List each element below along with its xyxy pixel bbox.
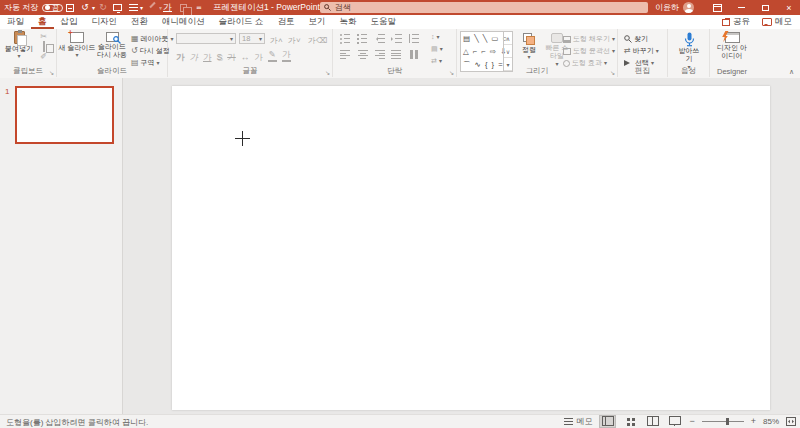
design-ideas-button[interactable]: 디자인 아이디어 xyxy=(716,32,748,61)
align-text-button[interactable]: ▤▾ xyxy=(431,45,443,53)
align-center-icon[interactable] xyxy=(357,50,368,59)
decrease-indent-icon[interactable] xyxy=(374,34,385,43)
zoom-slider-thumb[interactable] xyxy=(726,418,729,425)
view-normal-button[interactable] xyxy=(599,415,616,428)
clipboard-dialog-launcher[interactable]: ↘ xyxy=(49,70,54,76)
font-color-button-ribbon[interactable]: 가 xyxy=(282,50,291,62)
tab-home[interactable]: 홈 xyxy=(31,15,54,29)
customize-qat-button[interactable]: ≂ xyxy=(193,0,205,15)
shape-fill-button[interactable]: 도형 채우기▾ xyxy=(563,34,615,44)
view-sorter-button[interactable] xyxy=(623,416,638,427)
list-caret-icon[interactable]: ▾ xyxy=(140,4,143,11)
search-input[interactable] xyxy=(335,3,644,12)
paragraph-dialog-launcher[interactable]: ↘ xyxy=(449,70,454,76)
underline-button[interactable]: 가 xyxy=(203,53,212,62)
tab-animations[interactable]: 애니메이션 xyxy=(155,15,212,29)
tab-slideshow[interactable]: 슬라이드 쇼 xyxy=(212,15,271,29)
comments-button[interactable]: 메모 xyxy=(762,16,792,28)
zoom-in-button[interactable]: + xyxy=(751,417,756,426)
numbering-icon[interactable] xyxy=(357,34,368,43)
reuse-slides-button[interactable]: 슬라이드 다시 사용 xyxy=(95,32,129,60)
user-avatar[interactable] xyxy=(683,2,694,13)
text-shadow-button[interactable]: S xyxy=(217,53,223,62)
change-case-button[interactable]: 가 xyxy=(254,53,263,62)
draw-pen-button[interactable]: ▾ xyxy=(146,0,162,15)
autosave-toggle[interactable]: 자동 저장 끔 xyxy=(4,0,63,15)
character-spacing-button[interactable]: ↔ xyxy=(241,53,250,62)
tab-insert[interactable]: 삽입 xyxy=(54,15,85,29)
format-painter-icon[interactable]: ✐ xyxy=(38,53,49,61)
search-box[interactable] xyxy=(320,2,648,13)
convert-smartart-button[interactable]: ⇄▾ xyxy=(431,57,442,65)
tab-help[interactable]: 도움말 xyxy=(363,15,403,29)
view-slideshow-button[interactable] xyxy=(667,416,682,427)
shrink-font-button[interactable]: 가˅ xyxy=(288,35,301,46)
redo-button[interactable]: ↻ xyxy=(97,0,109,15)
text-highlight-button[interactable]: ✎ xyxy=(268,50,277,62)
font-size-combo[interactable]: 18▾ xyxy=(239,33,265,44)
tab-record[interactable]: 녹화 xyxy=(332,15,363,29)
new-slide-caret-icon[interactable]: ▾ xyxy=(75,52,78,58)
font-name-combo[interactable]: ▾ xyxy=(176,33,236,44)
notes-button[interactable]: 메모 xyxy=(564,416,592,427)
line-spacing-icon[interactable] xyxy=(408,34,419,43)
strikethrough-button[interactable]: 가 xyxy=(227,53,236,62)
increase-indent-icon[interactable] xyxy=(391,34,402,43)
shape-outline-button[interactable]: 도형 윤곽선▾ xyxy=(563,46,615,56)
shapes-scroll-down-icon[interactable]: ∨ xyxy=(504,45,512,58)
font-color-button[interactable]: 가 xyxy=(163,0,172,15)
zoom-out-button[interactable]: − xyxy=(689,417,694,426)
tab-design[interactable]: 디자인 xyxy=(85,15,125,29)
italic-button[interactable]: 가 xyxy=(190,53,199,62)
replace-button[interactable]: ⇄ 바꾸기▾ xyxy=(624,46,659,56)
cut-icon[interactable]: ✂ xyxy=(38,33,49,41)
shapes-scroll-up-icon[interactable]: ∧ xyxy=(504,32,512,45)
paste-button[interactable]: 붙여넣기 ▾ xyxy=(5,31,33,59)
paste-caret-icon[interactable]: ▾ xyxy=(17,53,20,59)
slide-canvas[interactable] xyxy=(172,86,770,410)
tab-review[interactable]: 검토 xyxy=(270,15,301,29)
tab-transitions[interactable]: 전환 xyxy=(124,15,155,29)
zoom-slider[interactable] xyxy=(702,421,744,422)
undo-button[interactable]: ↺▾ xyxy=(79,0,95,15)
fit-slide-icon[interactable] xyxy=(786,417,796,426)
new-slide-button[interactable]: 새 슬라이드 ▾ xyxy=(59,32,95,58)
maximize-button[interactable] xyxy=(754,0,776,15)
grow-font-button[interactable]: 가˄ xyxy=(270,35,283,46)
dictate-button[interactable]: 받아쓰기 ▾ xyxy=(676,32,702,70)
columns-icon[interactable] xyxy=(408,50,419,59)
text-direction-button[interactable]: ↕▾ xyxy=(431,33,440,40)
user-name[interactable]: 이윤하 xyxy=(655,0,679,15)
editing-canvas[interactable] xyxy=(123,78,800,415)
clear-formatting-button[interactable]: 가⌫ xyxy=(308,35,327,46)
tab-view[interactable]: 보기 xyxy=(301,15,332,29)
find-button[interactable]: 찾기 xyxy=(624,34,648,44)
arrange-button[interactable]: 정렬 ▾ xyxy=(517,33,541,60)
minimize-button[interactable] xyxy=(730,0,752,15)
bold-button[interactable]: 가 xyxy=(176,53,185,62)
slide-thumbnail[interactable] xyxy=(15,86,114,144)
share-button[interactable]: 공유 xyxy=(722,16,750,28)
justify-icon[interactable] xyxy=(391,50,402,59)
save-icon xyxy=(66,4,74,12)
comment-icon xyxy=(762,18,772,26)
format-copy-button[interactable] xyxy=(177,0,189,15)
align-right-icon[interactable] xyxy=(374,50,385,59)
collapse-ribbon-icon[interactable]: ∧ xyxy=(789,68,794,76)
reset-button[interactable]: ↺ 다시 설정 xyxy=(131,46,170,56)
tab-file[interactable]: 파일 xyxy=(0,15,31,29)
ribbon-display-options-button[interactable] xyxy=(706,0,728,15)
zoom-level[interactable]: 85% xyxy=(763,417,779,426)
slide-thumbnail-panel[interactable]: 1 xyxy=(0,78,123,415)
start-slideshow-button[interactable] xyxy=(111,0,123,15)
view-list-button[interactable]: ▾ xyxy=(127,0,143,15)
align-left-icon[interactable] xyxy=(340,50,351,59)
save-button[interactable] xyxy=(64,0,76,15)
drawing-dialog-launcher[interactable]: ↘ xyxy=(610,70,615,76)
font-dialog-launcher[interactable]: ↘ xyxy=(325,70,330,76)
close-button[interactable]: × xyxy=(778,0,800,15)
copy-icon[interactable] xyxy=(38,43,49,51)
undo-caret-icon[interactable]: ▾ xyxy=(92,4,95,11)
bullets-icon[interactable] xyxy=(340,34,351,43)
view-reading-button[interactable] xyxy=(645,416,660,427)
